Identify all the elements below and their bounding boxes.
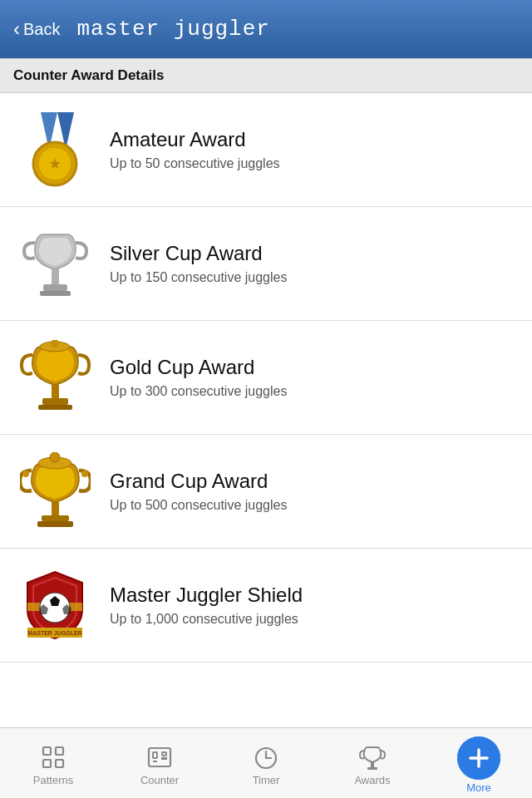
award-text-gold: Gold Cup Award Up to 300 consecutive jug…	[110, 356, 519, 399]
award-name-grand: Grand Cup Award	[110, 470, 519, 493]
tab-counter-label: Counter	[140, 774, 179, 786]
svg-rect-39	[371, 762, 374, 767]
tab-more-label: More	[466, 781, 491, 794]
svg-rect-40	[367, 767, 377, 770]
back-chevron-icon: ‹	[13, 17, 20, 41]
header: ‹ Back master juggler	[0, 0, 532, 58]
svg-rect-12	[38, 405, 72, 410]
back-label: Back	[23, 20, 60, 39]
svg-rect-28	[56, 747, 63, 755]
svg-rect-34	[162, 758, 166, 759]
svg-rect-33	[162, 752, 166, 756]
award-icon-grand-trophy	[13, 450, 96, 533]
svg-rect-11	[42, 398, 68, 405]
svg-rect-6	[43, 284, 67, 291]
awards-icon	[359, 744, 386, 771]
tab-timer-label: Timer	[253, 774, 280, 786]
award-name-silver: Silver Cup Award	[110, 242, 519, 265]
award-item-amateur[interactable]: ★ Amateur Award Up to 50 consecutive jug…	[0, 93, 532, 207]
section-header: Counter Award Details	[0, 58, 532, 93]
svg-rect-15	[52, 502, 59, 515]
svg-point-14	[50, 452, 60, 462]
award-desc-master: Up to 1,000 consecutive juggles	[110, 612, 519, 627]
tab-patterns-label: Patterns	[33, 774, 73, 786]
award-name-master: Master Juggler Shield	[110, 584, 519, 607]
tab-counter[interactable]: Counter	[106, 728, 213, 798]
svg-rect-5	[52, 269, 59, 284]
tab-more[interactable]: More	[426, 728, 532, 798]
timer-icon	[253, 744, 279, 771]
svg-rect-29	[43, 760, 51, 767]
patterns-icon	[40, 744, 66, 771]
svg-rect-27	[43, 747, 51, 755]
counter-icon	[146, 744, 173, 771]
tab-bar: Patterns Counter Timer	[0, 727, 532, 798]
award-text-grand: Grand Cup Award Up to 500 consecutive ju…	[110, 470, 519, 513]
award-list: ★ Amateur Award Up to 50 consecutive jug…	[0, 93, 532, 727]
back-button[interactable]: ‹ Back	[13, 17, 60, 41]
svg-rect-7	[40, 291, 71, 296]
tab-awards[interactable]: Awards	[319, 728, 426, 798]
award-desc-gold: Up to 300 consecutive juggles	[110, 384, 519, 399]
award-item-gold[interactable]: Gold Cup Award Up to 300 consecutive jug…	[0, 321, 532, 435]
award-icon-shield: MASTER JUGGLER	[13, 564, 96, 647]
award-icon-silver-trophy	[13, 222, 96, 305]
award-icon-gold-trophy	[13, 336, 96, 419]
award-desc-grand: Up to 500 consecutive juggles	[110, 498, 519, 513]
svg-text:MASTER JUGGLER: MASTER JUGGLER	[27, 630, 81, 636]
tab-timer[interactable]: Timer	[213, 728, 319, 798]
svg-rect-10	[52, 385, 59, 398]
award-desc-amateur: Up to 50 consecutive juggles	[110, 156, 519, 171]
award-item-grand[interactable]: Grand Cup Award Up to 500 consecutive ju…	[0, 435, 532, 549]
award-text-silver: Silver Cup Award Up to 150 consecutive j…	[110, 242, 519, 285]
award-item-silver[interactable]: Silver Cup Award Up to 150 consecutive j…	[0, 207, 532, 321]
tab-awards-label: Awards	[354, 774, 390, 786]
svg-rect-30	[56, 760, 63, 767]
svg-rect-31	[149, 748, 170, 766]
svg-point-19	[81, 470, 88, 477]
award-name-amateur: Amateur Award	[110, 128, 519, 151]
award-text-amateur: Amateur Award Up to 50 consecutive juggl…	[110, 128, 519, 171]
svg-rect-16	[42, 515, 69, 521]
tab-patterns[interactable]: Patterns	[0, 728, 106, 798]
more-icon	[457, 736, 500, 780]
svg-rect-32	[153, 752, 157, 758]
svg-point-18	[22, 470, 29, 477]
svg-rect-17	[37, 521, 73, 527]
award-item-master[interactable]: MASTER JUGGLER Master Juggler Shield Up …	[0, 549, 532, 663]
award-text-master: Master Juggler Shield Up to 1,000 consec…	[110, 584, 519, 627]
award-desc-silver: Up to 150 consecutive juggles	[110, 270, 519, 285]
section-title: Counter Award Details	[13, 67, 164, 83]
award-name-gold: Gold Cup Award	[110, 356, 519, 379]
app-title: master juggler	[76, 17, 269, 42]
svg-text:★: ★	[48, 155, 62, 172]
award-icon-medal: ★	[13, 108, 96, 191]
